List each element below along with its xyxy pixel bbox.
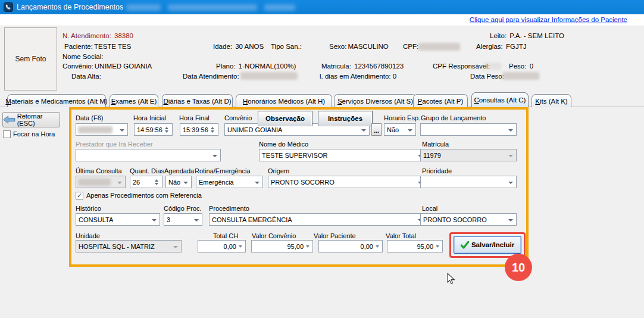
hora-inicial-spinner[interactable]: 14:59:56 bbox=[134, 123, 173, 136]
local-label: Local bbox=[422, 205, 437, 212]
historico-value: CONSULTA bbox=[79, 216, 113, 223]
apenas-referencia-checkbox[interactable]: ✓ bbox=[76, 192, 83, 199]
valor-paciente-value: 0,00 bbox=[361, 243, 373, 250]
retornar-button[interactable]: Retornar (ESC) bbox=[2, 112, 60, 127]
agendada-value: Não bbox=[168, 179, 180, 186]
agendada-label: Agendada bbox=[164, 167, 194, 174]
title-bar: Lançamentos de Procedimentos bbox=[0, 0, 644, 14]
cpf-resp-field: CPF Responsável: bbox=[433, 63, 490, 70]
dropdown-arrow-icon bbox=[239, 245, 242, 250]
ultima-consulta-label: Última Consulta bbox=[76, 167, 122, 174]
paciente-label: Paciente: bbox=[64, 43, 93, 50]
dropdown-arrow-icon bbox=[120, 129, 124, 134]
tab-kits[interactable]: Kits (Alt K) bbox=[532, 94, 571, 107]
patient-info-link[interactable]: Clique aqui para visualizar Informações … bbox=[470, 16, 627, 23]
dropdown-arrow-icon bbox=[152, 219, 157, 224]
codigo-proc-combo[interactable]: 3 bbox=[164, 213, 202, 226]
grupo-lancamento-combo[interactable] bbox=[420, 123, 517, 136]
total-ch-field[interactable]: 0,00 bbox=[198, 240, 246, 252]
origem-combo[interactable]: PRONTO SOCORRO bbox=[268, 176, 426, 188]
origem-value: PRONTO SOCORRO bbox=[271, 179, 334, 186]
idade-field: Idade: 30 ANOS bbox=[213, 43, 265, 50]
cpf-resp-label: CPF Responsável: bbox=[433, 63, 490, 70]
spin-up-icon bbox=[155, 177, 158, 182]
unidade-label: Unidade bbox=[76, 232, 100, 239]
matricula-value: 1234567890123 bbox=[353, 63, 405, 70]
tab-pacotes[interactable]: Pacotes (Alt P) bbox=[413, 94, 468, 107]
valor-paciente-field[interactable]: 0,00 bbox=[318, 240, 383, 252]
cpf-label: CPF: bbox=[403, 43, 418, 50]
dropdown-arrow-icon bbox=[194, 219, 199, 224]
instrucoes-button[interactable]: Instruções bbox=[318, 111, 373, 126]
atendimento-value: 38380 bbox=[113, 32, 135, 39]
redacted-title-text bbox=[168, 4, 257, 11]
hora-final-spinner[interactable]: 15:39:56 bbox=[180, 123, 218, 136]
prioridade-combo[interactable] bbox=[420, 176, 517, 188]
hora-inicial-value: 14:59:56 bbox=[137, 126, 162, 133]
dropdown-arrow-icon bbox=[436, 245, 439, 250]
local-value: PRONTO SOCORRO bbox=[423, 216, 487, 223]
unidade-combo[interactable]: HOSPITAL SQL - MATRIZ bbox=[76, 240, 182, 252]
sexo-label: Sexo: bbox=[329, 43, 346, 50]
tab-exames[interactable]: Exames (Alt E) bbox=[110, 94, 158, 107]
redacted-data-peso-value bbox=[502, 72, 539, 80]
historico-combo[interactable]: CONSULTA bbox=[76, 213, 160, 226]
spin-up-icon bbox=[211, 125, 214, 129]
horario-esp-combo[interactable]: Não bbox=[384, 123, 416, 136]
valor-total-field[interactable]: 95,00 bbox=[387, 240, 443, 252]
tipo-san-label: Tipo San.: bbox=[271, 43, 302, 50]
convenio-value: UNIMED GOIANIA bbox=[93, 63, 153, 70]
data-atendimento-field: Data Atendimento: bbox=[183, 73, 239, 80]
spin-down-icon bbox=[211, 130, 214, 135]
matricula-field: Matricula: 1234567890123 bbox=[321, 63, 405, 70]
apenas-referencia-label: Apenas Procedimentos com Referencia bbox=[86, 192, 202, 199]
dropdown-arrow-icon bbox=[117, 182, 122, 186]
observacao-button[interactable]: Observação bbox=[258, 111, 312, 126]
matricula-combo-value: 11979 bbox=[423, 152, 441, 159]
local-combo[interactable]: PRONTO SOCORRO bbox=[420, 213, 517, 226]
rotina-emergencia-value: Emergência bbox=[199, 179, 234, 186]
spin-down-icon bbox=[165, 130, 168, 135]
idade-label: Idade: bbox=[213, 43, 232, 50]
tab-honorarios-medicos[interactable]: Honorários Médicos (Alt H) bbox=[236, 94, 332, 107]
data-atendimento-label: Data Atendimento: bbox=[183, 73, 239, 80]
matricula-combo[interactable]: 11979 bbox=[420, 149, 517, 161]
spinner-control[interactable] bbox=[162, 124, 171, 135]
mouse-cursor bbox=[447, 273, 456, 285]
nome-medico-label: Nome do Médico bbox=[259, 141, 308, 148]
hora-final-label: Hora Final bbox=[179, 114, 210, 121]
spinner-control[interactable] bbox=[152, 177, 161, 187]
data-f6-combo[interactable] bbox=[76, 123, 128, 136]
cpf-field: CPF: bbox=[403, 43, 418, 50]
dropdown-arrow-icon bbox=[306, 245, 310, 250]
tab-consultas[interactable]: Consultas (Alt C) bbox=[471, 92, 529, 107]
nome-medico-combo[interactable]: TESTE SUPERVISOR bbox=[259, 149, 426, 161]
salvar-incluir-button[interactable]: Salvar/Incluir bbox=[454, 236, 521, 254]
spinner-control[interactable] bbox=[208, 124, 217, 135]
dias-atendimento-value: 0 bbox=[393, 73, 396, 80]
agendada-combo[interactable]: Não bbox=[165, 176, 192, 188]
procedimento-combo[interactable]: CONSULTA EMERGÊNCIA bbox=[209, 213, 426, 226]
tab-materiais-medicamentos[interactable]: Materiais e Medicamentos (Alt M) bbox=[7, 94, 106, 107]
peso-label: Peso: bbox=[509, 63, 526, 70]
total-ch-label: Total CH bbox=[213, 232, 238, 239]
quant-dias-spinner[interactable]: 26 bbox=[130, 176, 162, 188]
valor-total-label: Valor Total bbox=[386, 232, 416, 239]
window-title: Lançamentos de Procedimentos bbox=[17, 3, 123, 11]
app-window: Lançamentos de Procedimentos Clique aqui… bbox=[0, 0, 644, 318]
tab-diarias-taxas[interactable]: Diárias e Taxas (Alt D) bbox=[162, 94, 233, 107]
ultima-consulta-combo[interactable] bbox=[76, 176, 126, 188]
convenio-browse-button[interactable]: ... bbox=[371, 123, 382, 136]
rotina-emergencia-combo[interactable]: Emergência bbox=[196, 176, 263, 188]
dropdown-arrow-icon bbox=[212, 155, 217, 160]
tipo-san-field: Tipo San.: bbox=[271, 43, 302, 50]
sexo-field: Sexo:MASCULINO bbox=[329, 43, 390, 50]
focar-checkbox[interactable] bbox=[3, 130, 11, 138]
valor-convenio-value: 95,00 bbox=[287, 243, 304, 250]
hora-final-value: 15:39:56 bbox=[183, 126, 208, 133]
prestador-combo[interactable] bbox=[76, 149, 221, 161]
redacted-data-value bbox=[78, 126, 112, 133]
tab-servicos-diversos[interactable]: Serviços Diversos (Alt S) bbox=[334, 94, 417, 107]
procedimento-value: CONSULTA EMERGÊNCIA bbox=[212, 216, 292, 223]
valor-convenio-field[interactable]: 95,00 bbox=[251, 240, 313, 252]
